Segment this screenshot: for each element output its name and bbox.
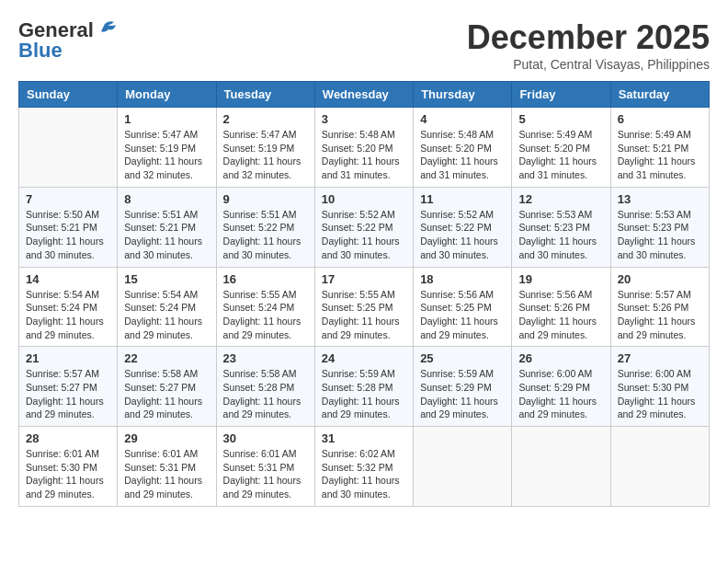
day-number: 4 <box>420 112 505 126</box>
day-number: 30 <box>223 431 308 445</box>
title-section: December 2025 Putat, Central Visayas, Ph… <box>467 18 710 72</box>
day-info: Sunrise: 6:00 AM Sunset: 5:29 PM Dayligh… <box>518 367 603 421</box>
day-info: Sunrise: 5:47 AM Sunset: 5:19 PM Dayligh… <box>223 128 308 182</box>
day-info: Sunrise: 5:50 AM Sunset: 5:21 PM Dayligh… <box>26 208 110 262</box>
calendar-cell: 24Sunrise: 5:59 AM Sunset: 5:28 PM Dayli… <box>314 347 413 427</box>
day-number: 5 <box>518 112 603 126</box>
weekday-header-thursday: Thursday <box>414 82 512 108</box>
day-number: 18 <box>420 272 505 286</box>
calendar-cell: 26Sunrise: 6:00 AM Sunset: 5:29 PM Dayli… <box>512 347 610 427</box>
day-info: Sunrise: 5:55 AM Sunset: 5:24 PM Dayligh… <box>223 288 308 342</box>
day-number: 25 <box>420 351 505 365</box>
day-info: Sunrise: 5:52 AM Sunset: 5:22 PM Dayligh… <box>322 208 406 262</box>
day-number: 19 <box>518 272 603 286</box>
day-number: 1 <box>124 112 209 126</box>
calendar-cell: 18Sunrise: 5:56 AM Sunset: 5:25 PM Dayli… <box>414 267 512 347</box>
day-number: 13 <box>618 192 702 206</box>
day-number: 6 <box>618 112 702 126</box>
day-info: Sunrise: 5:58 AM Sunset: 5:28 PM Dayligh… <box>223 367 308 421</box>
page-header: General Blue December 2025 Putat, Centra… <box>18 18 710 72</box>
day-number: 3 <box>322 112 406 126</box>
calendar-cell: 19Sunrise: 5:56 AM Sunset: 5:26 PM Dayli… <box>512 267 610 347</box>
calendar-cell: 17Sunrise: 5:55 AM Sunset: 5:25 PM Dayli… <box>314 267 413 347</box>
day-number: 9 <box>223 192 308 206</box>
day-number: 8 <box>124 192 209 206</box>
calendar-cell: 6Sunrise: 5:49 AM Sunset: 5:21 PM Daylig… <box>610 108 709 188</box>
calendar-cell <box>414 427 512 507</box>
calendar-cell: 1Sunrise: 5:47 AM Sunset: 5:19 PM Daylig… <box>118 108 216 188</box>
calendar-week-row: 14Sunrise: 5:54 AM Sunset: 5:24 PM Dayli… <box>19 267 710 347</box>
calendar-cell: 5Sunrise: 5:49 AM Sunset: 5:20 PM Daylig… <box>512 108 610 188</box>
day-info: Sunrise: 5:57 AM Sunset: 5:26 PM Dayligh… <box>618 288 702 342</box>
day-number: 28 <box>26 431 110 445</box>
day-number: 11 <box>420 192 505 206</box>
calendar-cell: 8Sunrise: 5:51 AM Sunset: 5:21 PM Daylig… <box>118 187 216 267</box>
day-info: Sunrise: 6:00 AM Sunset: 5:30 PM Dayligh… <box>618 367 702 421</box>
day-info: Sunrise: 5:59 AM Sunset: 5:28 PM Dayligh… <box>322 367 406 421</box>
day-info: Sunrise: 5:48 AM Sunset: 5:20 PM Dayligh… <box>420 128 505 182</box>
day-info: Sunrise: 5:51 AM Sunset: 5:22 PM Dayligh… <box>223 208 308 262</box>
calendar-cell: 9Sunrise: 5:51 AM Sunset: 5:22 PM Daylig… <box>216 187 314 267</box>
calendar-cell: 30Sunrise: 6:01 AM Sunset: 5:31 PM Dayli… <box>216 427 314 507</box>
day-number: 10 <box>322 192 406 206</box>
day-number: 17 <box>322 272 406 286</box>
day-info: Sunrise: 5:53 AM Sunset: 5:23 PM Dayligh… <box>618 208 702 262</box>
day-info: Sunrise: 6:01 AM Sunset: 5:31 PM Dayligh… <box>124 447 209 501</box>
weekday-header-friday: Friday <box>512 82 610 108</box>
day-number: 26 <box>518 351 603 365</box>
day-info: Sunrise: 5:54 AM Sunset: 5:24 PM Dayligh… <box>124 288 209 342</box>
day-info: Sunrise: 5:53 AM Sunset: 5:23 PM Dayligh… <box>518 208 603 262</box>
day-info: Sunrise: 5:54 AM Sunset: 5:24 PM Dayligh… <box>26 288 110 342</box>
day-info: Sunrise: 5:51 AM Sunset: 5:21 PM Dayligh… <box>124 208 209 262</box>
day-info: Sunrise: 5:59 AM Sunset: 5:29 PM Dayligh… <box>420 367 505 421</box>
calendar-week-row: 1Sunrise: 5:47 AM Sunset: 5:19 PM Daylig… <box>19 108 710 188</box>
day-info: Sunrise: 5:56 AM Sunset: 5:25 PM Dayligh… <box>420 288 505 342</box>
calendar-cell: 4Sunrise: 5:48 AM Sunset: 5:20 PM Daylig… <box>414 108 512 188</box>
calendar-cell: 23Sunrise: 5:58 AM Sunset: 5:28 PM Dayli… <box>216 347 314 427</box>
day-info: Sunrise: 5:49 AM Sunset: 5:21 PM Dayligh… <box>618 128 702 182</box>
day-info: Sunrise: 5:47 AM Sunset: 5:19 PM Dayligh… <box>124 128 209 182</box>
calendar-cell: 27Sunrise: 6:00 AM Sunset: 5:30 PM Dayli… <box>610 347 709 427</box>
calendar-cell: 10Sunrise: 5:52 AM Sunset: 5:22 PM Dayli… <box>314 187 413 267</box>
location-text: Putat, Central Visayas, Philippines <box>467 57 710 72</box>
weekday-header-wednesday: Wednesday <box>314 82 413 108</box>
calendar-cell <box>610 427 709 507</box>
calendar-cell: 2Sunrise: 5:47 AM Sunset: 5:19 PM Daylig… <box>216 108 314 188</box>
calendar-header-row: SundayMondayTuesdayWednesdayThursdayFrid… <box>19 82 710 108</box>
calendar-week-row: 28Sunrise: 6:01 AM Sunset: 5:30 PM Dayli… <box>19 427 710 507</box>
calendar-table: SundayMondayTuesdayWednesdayThursdayFrid… <box>18 81 710 507</box>
weekday-header-saturday: Saturday <box>610 82 709 108</box>
day-number: 7 <box>26 192 110 206</box>
day-info: Sunrise: 5:58 AM Sunset: 5:27 PM Dayligh… <box>124 367 209 421</box>
day-number: 20 <box>618 272 702 286</box>
calendar-cell: 7Sunrise: 5:50 AM Sunset: 5:21 PM Daylig… <box>19 187 118 267</box>
calendar-cell: 16Sunrise: 5:55 AM Sunset: 5:24 PM Dayli… <box>216 267 314 347</box>
day-info: Sunrise: 5:57 AM Sunset: 5:27 PM Dayligh… <box>26 367 110 421</box>
day-info: Sunrise: 5:52 AM Sunset: 5:22 PM Dayligh… <box>420 208 505 262</box>
weekday-header-tuesday: Tuesday <box>216 82 314 108</box>
logo: General Blue <box>18 18 116 63</box>
calendar-cell <box>19 108 118 188</box>
weekday-header-monday: Monday <box>118 82 216 108</box>
day-number: 2 <box>223 112 308 126</box>
calendar-cell: 3Sunrise: 5:48 AM Sunset: 5:20 PM Daylig… <box>314 108 413 188</box>
calendar-week-row: 7Sunrise: 5:50 AM Sunset: 5:21 PM Daylig… <box>19 187 710 267</box>
calendar-cell: 14Sunrise: 5:54 AM Sunset: 5:24 PM Dayli… <box>19 267 118 347</box>
calendar-cell: 29Sunrise: 6:01 AM Sunset: 5:31 PM Dayli… <box>118 427 216 507</box>
day-info: Sunrise: 5:56 AM Sunset: 5:26 PM Dayligh… <box>518 288 603 342</box>
day-info: Sunrise: 5:55 AM Sunset: 5:25 PM Dayligh… <box>322 288 406 342</box>
calendar-cell: 21Sunrise: 5:57 AM Sunset: 5:27 PM Dayli… <box>19 347 118 427</box>
calendar-week-row: 21Sunrise: 5:57 AM Sunset: 5:27 PM Dayli… <box>19 347 710 427</box>
logo-bird-icon <box>96 20 116 39</box>
calendar-cell: 11Sunrise: 5:52 AM Sunset: 5:22 PM Dayli… <box>414 187 512 267</box>
calendar-cell: 31Sunrise: 6:02 AM Sunset: 5:32 PM Dayli… <box>314 427 413 507</box>
calendar-cell: 28Sunrise: 6:01 AM Sunset: 5:30 PM Dayli… <box>19 427 118 507</box>
calendar-cell: 22Sunrise: 5:58 AM Sunset: 5:27 PM Dayli… <box>118 347 216 427</box>
day-number: 16 <box>223 272 308 286</box>
logo-blue-text: Blue <box>18 39 63 63</box>
day-number: 24 <box>322 351 406 365</box>
day-number: 12 <box>518 192 603 206</box>
day-number: 21 <box>26 351 110 365</box>
day-info: Sunrise: 5:49 AM Sunset: 5:20 PM Dayligh… <box>518 128 603 182</box>
calendar-cell: 13Sunrise: 5:53 AM Sunset: 5:23 PM Dayli… <box>610 187 709 267</box>
